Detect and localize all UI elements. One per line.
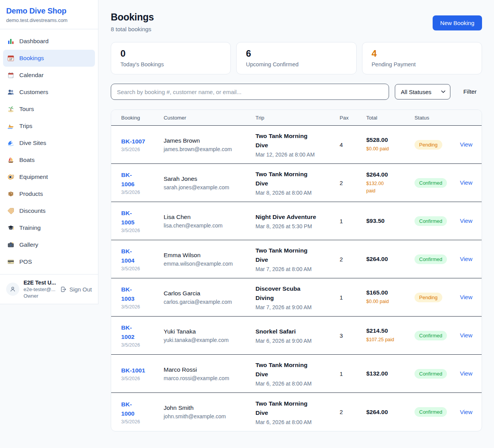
booking-date: 3/5/2026 bbox=[121, 228, 164, 233]
trip-name: Snorkel Safari bbox=[255, 327, 340, 336]
status-cell: Confirmed bbox=[414, 407, 459, 417]
customer-email: yuki.tanaka@example.com bbox=[164, 337, 255, 343]
search-input[interactable] bbox=[111, 84, 389, 100]
sidebar-item-label: Products bbox=[19, 190, 43, 197]
customer-name: Sarah Jones bbox=[164, 175, 255, 182]
total-amount: $264.00 bbox=[366, 256, 414, 263]
pax-cell: 1 bbox=[340, 218, 366, 224]
trip-name: Two Tank Morning Dive bbox=[255, 170, 340, 188]
new-booking-button[interactable]: New Booking bbox=[433, 15, 482, 30]
status-badge: Confirmed bbox=[414, 407, 447, 417]
trip-name: Two Tank Morning Dive bbox=[255, 360, 340, 379]
stat-card-pending-payment: 4 Pending Payment bbox=[362, 42, 482, 74]
sign-out-label: Sign Out bbox=[69, 286, 92, 293]
customer-name: Marco Rossi bbox=[164, 366, 255, 373]
pax-cell: 2 bbox=[340, 180, 366, 186]
customer-email: carlos.garcia@example.com bbox=[164, 299, 255, 305]
trip-cell: Snorkel Safari Mar 6, 2026 at 9:00 AM bbox=[255, 327, 340, 344]
customer-cell: Marco Rossi marco.rossi@example.com bbox=[164, 366, 255, 381]
status-filter-select[interactable]: All Statuses bbox=[395, 84, 450, 99]
sidebar-item-label: Dashboard bbox=[19, 38, 49, 45]
sidebar-item-boats[interactable]: Boats bbox=[3, 152, 95, 168]
paid-amount: $132.00 paid bbox=[366, 180, 414, 195]
trip-datetime: Mar 8, 2026 at 8:00 AM bbox=[255, 190, 340, 196]
booking-id-link[interactable]: BK-1007 bbox=[121, 137, 145, 146]
status-cell: Pending bbox=[414, 140, 459, 150]
view-link[interactable]: View bbox=[460, 256, 472, 262]
total-amount: $528.00 bbox=[366, 136, 414, 143]
booking-id-link[interactable]: BK- 1002 bbox=[121, 323, 134, 342]
total-cell: $214.50 $107.25 paid bbox=[366, 327, 414, 344]
avatar bbox=[6, 283, 19, 296]
sidebar-item-label: Bookings bbox=[19, 55, 44, 62]
booking-cell: BK- 1003 3/5/2026 bbox=[121, 285, 164, 310]
sidebar-item-equipment[interactable]: Equipment bbox=[3, 168, 95, 185]
booking-id-link[interactable]: BK- 1004 bbox=[121, 247, 134, 265]
booking-cell: BK- 1005 3/5/2026 bbox=[121, 209, 164, 233]
sidebar-item-gallery[interactable]: Gallery bbox=[3, 236, 95, 253]
sidebar-item-tours[interactable]: Tours bbox=[3, 101, 95, 118]
stat-label: Pending Payment bbox=[372, 61, 472, 67]
view-link[interactable]: View bbox=[460, 179, 472, 186]
column-header-pax: Pax bbox=[340, 115, 366, 121]
booking-id-link[interactable]: BK- 1000 bbox=[121, 400, 134, 418]
customer-name: James Brown bbox=[164, 137, 255, 144]
pax-cell: 1 bbox=[340, 371, 366, 377]
sidebar-item-bookings[interactable]: 17 Bookings bbox=[3, 50, 95, 67]
pax-cell: 1 bbox=[340, 294, 366, 301]
table-row: BK- 1005 3/5/2026 Lisa Chen lisa.chen@ex… bbox=[111, 202, 482, 240]
booking-id-link[interactable]: BK- 1006 bbox=[121, 170, 134, 189]
booking-cell: BK-1001 3/5/2026 bbox=[121, 366, 164, 381]
booking-cell: BK-1007 3/5/2026 bbox=[121, 137, 164, 152]
status-badge: Confirmed bbox=[414, 369, 447, 379]
sidebar-item-calendar[interactable]: Calendar bbox=[3, 67, 95, 84]
booking-cell: BK- 1000 3/5/2026 bbox=[121, 400, 164, 424]
filter-button[interactable]: Filter bbox=[458, 88, 482, 95]
status-badge: Confirmed bbox=[414, 216, 447, 226]
people-icon bbox=[7, 89, 14, 96]
booking-id-link[interactable]: BK- 1003 bbox=[121, 285, 134, 303]
sidebar-item-dashboard[interactable]: Dashboard bbox=[3, 33, 95, 50]
view-link[interactable]: View bbox=[460, 332, 472, 339]
bookings-table: Booking Customer Trip Pax Total Status B… bbox=[111, 109, 482, 431]
paid-amount: $107.25 paid bbox=[366, 336, 414, 344]
total-cell: $93.50 bbox=[366, 217, 414, 224]
stat-card-upcoming-confirmed: 6 Upcoming Confirmed bbox=[236, 42, 356, 74]
shop-name: Demo Dive Shop bbox=[6, 7, 92, 15]
sidebar-item-trips[interactable]: Trips bbox=[3, 118, 95, 135]
person-icon bbox=[9, 286, 16, 293]
actions-cell: View bbox=[459, 370, 472, 377]
table-row: BK- 1003 3/5/2026 Carlos Garcia carlos.g… bbox=[111, 278, 482, 317]
credit-card-icon bbox=[7, 258, 14, 266]
view-link[interactable]: View bbox=[460, 370, 472, 377]
svg-text:17: 17 bbox=[9, 58, 12, 61]
booking-cell: BK- 1006 3/5/2026 bbox=[121, 170, 164, 195]
sidebar-item-training[interactable]: Training bbox=[3, 219, 95, 236]
booking-date: 3/5/2026 bbox=[121, 190, 164, 195]
sidebar-item-discounts[interactable]: Discounts bbox=[3, 202, 95, 219]
trip-cell: Two Tank Morning Dive Mar 6, 2026 at 8:0… bbox=[255, 360, 340, 387]
trip-cell: Discover Scuba Diving Mar 7, 2026 at 9:0… bbox=[255, 284, 340, 310]
view-link[interactable]: View bbox=[460, 141, 472, 148]
customer-cell: Sarah Jones sarah.jones@example.com bbox=[164, 175, 255, 190]
booking-id-link[interactable]: BK-1001 bbox=[121, 366, 145, 375]
actions-cell: View bbox=[459, 217, 472, 224]
table-row: BK-1007 3/5/2026 James Brown james.brown… bbox=[111, 126, 482, 164]
paid-amount: $0.00 paid bbox=[366, 298, 414, 305]
view-link[interactable]: View bbox=[460, 294, 472, 300]
sidebar-item-pos[interactable]: POS bbox=[3, 253, 95, 270]
sailboat-icon bbox=[7, 157, 14, 164]
status-cell: Confirmed bbox=[414, 254, 459, 264]
sidebar-item-customers[interactable]: Customers bbox=[3, 84, 95, 101]
pax-cell: 2 bbox=[340, 256, 366, 263]
booking-date: 3/5/2026 bbox=[121, 147, 164, 152]
user-role: Owner bbox=[24, 293, 56, 299]
view-link[interactable]: View bbox=[460, 217, 472, 224]
status-badge: Confirmed bbox=[414, 254, 447, 264]
sidebar-item-dive-sites[interactable]: Dive Sites bbox=[3, 135, 95, 152]
booking-id-link[interactable]: BK- 1005 bbox=[121, 209, 134, 227]
view-link[interactable]: View bbox=[460, 409, 472, 415]
sign-out-button[interactable]: Sign Out bbox=[60, 286, 92, 293]
trip-datetime: Mar 7, 2026 at 9:00 AM bbox=[255, 304, 340, 310]
sidebar-item-products[interactable]: Products bbox=[3, 185, 95, 202]
